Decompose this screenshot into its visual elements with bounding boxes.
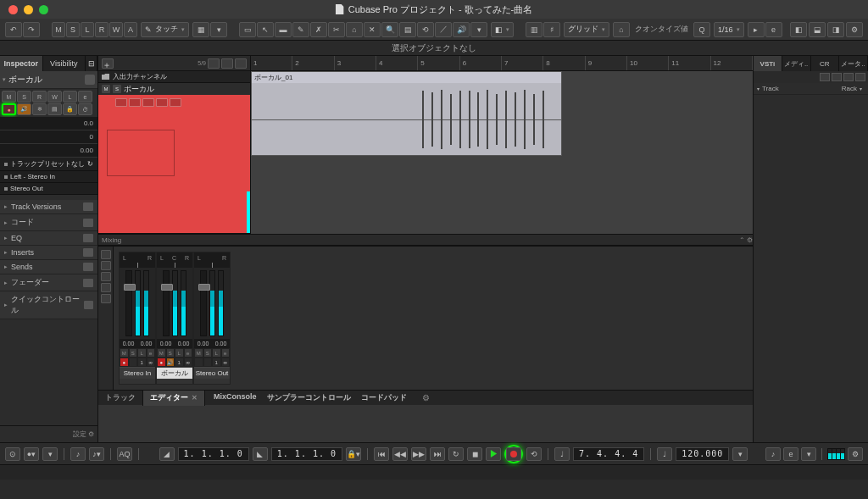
cycle-button[interactable]: ↻ bbox=[448, 447, 464, 461]
right-zone-toggle[interactable]: ◨ bbox=[827, 22, 844, 37]
lz-pictures-button[interactable] bbox=[101, 283, 111, 292]
io-channels-folder[interactable]: 入出力チャンネル bbox=[98, 71, 250, 83]
freeze-button[interactable]: ❄ bbox=[32, 103, 47, 115]
channel-name[interactable]: ボーカル bbox=[157, 367, 192, 379]
line-tool[interactable]: ／ bbox=[435, 22, 452, 37]
punch-out-button[interactable]: ◣ bbox=[253, 447, 268, 461]
inspector-pin-button[interactable]: ⊟ bbox=[86, 56, 97, 71]
metronome-button[interactable]: ♪ bbox=[765, 447, 781, 461]
audio-event-vocal[interactable]: ボーカル_01 bbox=[251, 71, 562, 156]
listen-button[interactable]: L bbox=[63, 91, 77, 103]
ch-record[interactable]: ● bbox=[157, 358, 166, 367]
solo-button[interactable]: S bbox=[17, 91, 31, 103]
transport-setup-button[interactable]: ⚙ bbox=[848, 447, 863, 461]
record-button[interactable] bbox=[506, 447, 521, 461]
inspector-track-header[interactable]: ▾ ボーカル bbox=[0, 71, 97, 89]
ch-link[interactable]: ∞ bbox=[184, 358, 193, 367]
constrain-button[interactable]: ⊙ bbox=[5, 447, 20, 461]
track-rec-button[interactable] bbox=[115, 98, 127, 107]
listen-button[interactable]: L bbox=[81, 22, 94, 37]
quantize-panel-button[interactable]: e bbox=[765, 22, 782, 37]
automation-suspend-button[interactable]: A bbox=[124, 22, 137, 37]
left-zone-toggle[interactable]: ◧ bbox=[790, 22, 807, 37]
tab-meter[interactable]: メータ.. bbox=[839, 56, 868, 71]
delay-value[interactable]: 0.00 bbox=[0, 144, 97, 158]
color-swatch-icon[interactable] bbox=[85, 75, 95, 85]
rack-track-header[interactable]: ▾ Track Rack ▾ bbox=[754, 83, 868, 95]
stop-button[interactable]: ◼ bbox=[467, 447, 482, 461]
track-filter-button[interactable] bbox=[208, 58, 220, 69]
ch-monitor[interactable]: 🔊 bbox=[166, 358, 175, 367]
goto-end-button[interactable]: ⏭ bbox=[430, 447, 445, 461]
mute-button[interactable]: M bbox=[2, 91, 16, 103]
midi-rec-mode-button[interactable]: ♪ bbox=[70, 447, 86, 461]
write-button[interactable]: W bbox=[47, 91, 62, 103]
autoscroll-button[interactable]: ▦ bbox=[192, 22, 209, 37]
ruler-bar[interactable]: 7 bbox=[502, 56, 543, 70]
section-eq[interactable]: EQ bbox=[0, 231, 97, 246]
ch-monitor[interactable] bbox=[129, 358, 138, 367]
ruler-bar[interactable]: 9 bbox=[586, 56, 627, 70]
lane-button[interactable]: ▤ bbox=[47, 103, 62, 115]
rp-add-button[interactable] bbox=[820, 73, 830, 81]
primary-time-display[interactable]: 7. 4. 4. 4 bbox=[573, 447, 644, 461]
range-tool[interactable]: ▬ bbox=[275, 22, 292, 37]
edit-channel-button[interactable]: e bbox=[78, 91, 92, 103]
tab-editor[interactable]: エディター✕ bbox=[143, 391, 205, 406]
time-format-button[interactable]: ♩ bbox=[554, 447, 570, 461]
record-enable-button[interactable]: ● bbox=[2, 103, 16, 115]
split-tool[interactable]: ✂ bbox=[328, 22, 345, 37]
locator-lock-button[interactable]: 🔒▾ bbox=[346, 447, 361, 461]
close-window-button[interactable] bbox=[8, 5, 18, 14]
quantize-iterative-button[interactable]: ▸ bbox=[748, 22, 765, 37]
fader[interactable] bbox=[125, 270, 132, 336]
track-mute-button[interactable]: M bbox=[102, 85, 110, 93]
retrospective-rec-button[interactable]: ⟲ bbox=[526, 447, 542, 461]
lock-button[interactable]: 🔒 bbox=[63, 103, 77, 115]
tab-cr[interactable]: CR bbox=[811, 56, 840, 71]
rp-prev-button[interactable] bbox=[832, 73, 842, 81]
ruler-bar[interactable]: 4 bbox=[376, 56, 418, 70]
channel-vocal[interactable]: LCR 0.000.00 MSLe ●🔊1∞ ボーカル bbox=[156, 252, 193, 385]
goto-start-button[interactable]: ⏮ bbox=[374, 447, 389, 461]
quantize-apply-button[interactable]: Q bbox=[693, 22, 710, 37]
lz-zones-button[interactable] bbox=[101, 261, 111, 270]
timewarp-tool[interactable]: ⟲ bbox=[417, 22, 434, 37]
channel-name[interactable]: Stereo Out bbox=[194, 367, 230, 379]
write-automation-button[interactable]: W bbox=[109, 22, 123, 37]
section-chords[interactable]: コード bbox=[0, 214, 97, 231]
ruler-bar[interactable]: 1 bbox=[251, 56, 292, 70]
left-locator-display[interactable]: 1. 1. 1. 0 bbox=[178, 447, 249, 461]
ch-listen[interactable]: L bbox=[175, 348, 184, 358]
count-in-button[interactable]: e bbox=[783, 447, 798, 461]
track-monitor-button[interactable] bbox=[129, 98, 141, 107]
ch-link[interactable]: ∞ bbox=[221, 358, 231, 367]
section-track-versions[interactable]: Track Versions bbox=[0, 200, 97, 214]
redo-button[interactable]: ↷ bbox=[23, 22, 40, 37]
ch-monitor[interactable] bbox=[203, 358, 213, 367]
mute-tool[interactable]: ✕ bbox=[364, 22, 381, 37]
tempo-track-button[interactable]: ♩ bbox=[657, 447, 672, 461]
inspector-tab[interactable]: Inspector bbox=[0, 56, 43, 71]
erase-tool[interactable]: ✗ bbox=[310, 22, 327, 37]
tempo-menu-button[interactable]: ▾ bbox=[732, 447, 748, 461]
snap-type-button[interactable]: ♯ bbox=[543, 22, 560, 37]
track-preset-selector[interactable]: トラックプリセットなし↻ bbox=[0, 158, 97, 171]
tab-sampler-control[interactable]: サンプラーコントロール bbox=[267, 392, 351, 403]
channel-stereo-out[interactable]: LR 0.000.00 MSLe 1∞ Stereo Out bbox=[193, 252, 231, 385]
event-area[interactable]: ボーカル_01 bbox=[251, 71, 753, 234]
read-button[interactable]: R bbox=[32, 91, 47, 103]
ch-edit[interactable]: e bbox=[221, 348, 231, 358]
solo-all-button[interactable]: S bbox=[66, 22, 80, 37]
monitor-button[interactable]: 🔊 bbox=[17, 103, 31, 115]
ch-listen[interactable]: L bbox=[137, 348, 147, 358]
ruler-bar[interactable]: 8 bbox=[543, 56, 585, 70]
track-settings-button[interactable] bbox=[221, 58, 233, 69]
punch-in-button[interactable]: ◢ bbox=[159, 447, 175, 461]
draw-tool[interactable]: ✎ bbox=[292, 22, 309, 37]
pan-value[interactable]: 0 bbox=[0, 130, 97, 144]
gear-icon[interactable]: ⚙ bbox=[422, 392, 432, 402]
divider-label[interactable]: Mixing ⌃ ⚙ bbox=[98, 234, 753, 246]
color-dropdown[interactable]: ◧ bbox=[491, 22, 514, 37]
channel-name[interactable]: Stereo In bbox=[120, 367, 155, 379]
